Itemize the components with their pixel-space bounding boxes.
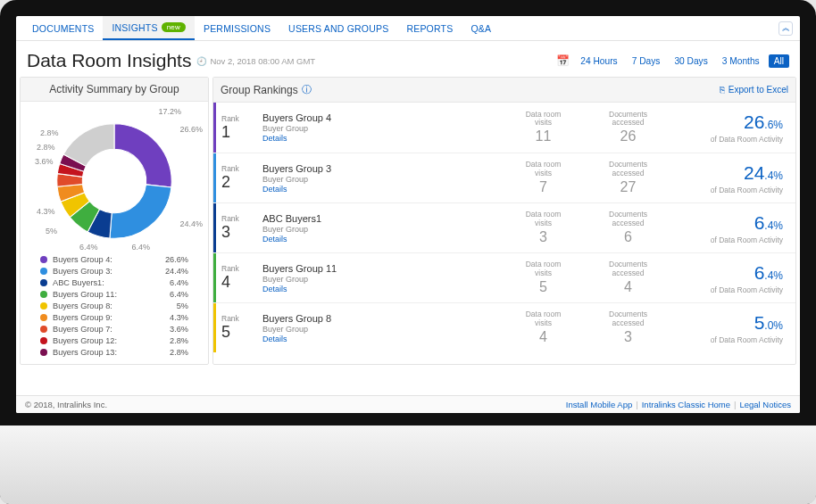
swatch-icon	[40, 279, 47, 286]
visits-cell: Data roomvisits7	[501, 153, 586, 202]
docs-cell: Documentsaccessed27	[586, 153, 670, 202]
tab-insights[interactable]: INSIGHTS new	[103, 16, 194, 40]
info-icon[interactable]: ⓘ	[302, 83, 312, 96]
rank-row: Rank1Buyers Group 4Buyer GroupDetailsDat…	[213, 103, 795, 153]
legend-name: Buyers Group 7:	[53, 325, 112, 334]
activity-pct: 26.6%	[670, 112, 783, 133]
legend-value: 2.8%	[170, 348, 188, 357]
rank-number: 4	[221, 273, 230, 292]
legend-row[interactable]: Buyers Group 4:26.6%	[40, 255, 188, 264]
range-7d[interactable]: 7 Days	[627, 54, 666, 68]
legend-name: Buyers Group 4:	[53, 255, 112, 264]
donut-slice[interactable]	[114, 124, 171, 187]
activity-pct-label: of Data Room Activity	[670, 335, 783, 344]
group-rankings-title: Group Rankings	[221, 84, 298, 96]
group-rankings-panel: Group Rankings ⓘ ⎘ Export to Excel Rank1…	[212, 77, 796, 365]
legend-row[interactable]: Buyers Group 7:3.6%	[40, 325, 188, 334]
details-link[interactable]: Details	[262, 285, 501, 293]
visits-value: 4	[501, 329, 586, 345]
visits-label: Data roomvisits	[501, 161, 586, 178]
legend-value: 3.6%	[170, 325, 188, 334]
calendar-icon[interactable]: 📅	[556, 54, 570, 67]
slice-label-3: 6.4%	[79, 243, 98, 252]
copyright: © 2018, Intralinks Inc.	[25, 400, 107, 409]
details-link[interactable]: Details	[262, 185, 501, 194]
tab-documents[interactable]: DOCUMENTS	[23, 16, 103, 40]
legend-value: 2.8%	[170, 336, 188, 345]
activity-pct: 5.0%	[670, 312, 783, 334]
docs-value: 26	[586, 128, 670, 145]
swatch-icon	[40, 349, 47, 356]
donut-slice[interactable]	[110, 185, 171, 238]
export-to-excel[interactable]: ⎘ Export to Excel	[720, 85, 788, 95]
range-30d[interactable]: 30 Days	[669, 54, 712, 68]
swatch-icon	[40, 314, 47, 321]
rank-row: Rank3ABC Buyers1Buyer GroupDetailsData r…	[213, 202, 795, 252]
rank-label: Rank	[221, 314, 239, 323]
docs-cell: Documentsaccessed26	[586, 103, 670, 153]
tab-users-groups[interactable]: USERS AND GROUPS	[279, 16, 397, 40]
footer-link-mobile[interactable]: Install Mobile App	[566, 400, 632, 409]
collapse-icon[interactable]: ︽	[779, 21, 793, 36]
rank-row: Rank2Buyers Group 3Buyer GroupDetailsDat…	[213, 153, 795, 202]
group-name: Buyers Group 4	[262, 112, 501, 123]
range-24h[interactable]: 24 Hours	[575, 54, 622, 68]
legend-row[interactable]: Buyers Group 9:4.3%	[40, 313, 188, 322]
docs-value: 3	[586, 329, 670, 345]
rank-number: 2	[221, 173, 230, 192]
details-link[interactable]: Details	[262, 134, 501, 143]
tab-qa[interactable]: Q&A	[462, 16, 500, 40]
legend-name: Buyers Group 9:	[53, 313, 112, 322]
legend-row[interactable]: Buyers Group 13:2.8%	[40, 348, 188, 357]
group-name: ABC Buyers1	[262, 213, 501, 224]
visits-value: 7	[501, 179, 586, 195]
swatch-icon	[40, 337, 47, 344]
swatch-icon	[40, 302, 47, 310]
group-subtype: Buyer Group	[262, 175, 501, 184]
rank-label: Rank	[221, 264, 239, 273]
export-label: Export to Excel	[729, 85, 788, 95]
new-badge: new	[162, 22, 186, 32]
legend-row[interactable]: ABC Buyers1:6.4%	[40, 278, 188, 287]
range-3m[interactable]: 3 Months	[717, 54, 765, 68]
details-link[interactable]: Details	[262, 235, 501, 244]
slice-label-0: 26.6%	[179, 125, 203, 134]
rank-list: Rank1Buyers Group 4Buyer GroupDetailsDat…	[213, 103, 795, 352]
tab-reports[interactable]: REPORTS	[397, 16, 462, 40]
footer-link-legal[interactable]: Legal Notices	[739, 400, 791, 409]
legend-value: 4.3%	[170, 313, 188, 322]
activity-pct-cell: 24.4%of Data Room Activity	[670, 153, 795, 202]
footer-link-classic[interactable]: Intralinks Classic Home	[642, 400, 730, 409]
rank-row: Rank5Buyers Group 8Buyer GroupDetailsDat…	[213, 302, 795, 352]
activity-pct-cell: 6.4%of Data Room Activity	[670, 203, 795, 252]
group-subtype: Buyer Group	[262, 225, 501, 234]
details-link[interactable]: Details	[262, 335, 501, 343]
group-name: Buyers Group 8	[262, 313, 501, 324]
legend-row[interactable]: Buyers Group 8:5%	[40, 302, 188, 310]
activity-pct: 6.4%	[670, 212, 783, 234]
range-filters: 📅 24 Hours 7 Days 30 Days 3 Months All	[556, 54, 789, 68]
rank-label: Rank	[221, 164, 239, 173]
legend-row[interactable]: Buyers Group 3:24.4%	[40, 267, 188, 276]
tab-permissions[interactable]: PERMISSIONS	[195, 16, 279, 40]
page-title: Data Room Insights	[27, 50, 191, 71]
range-all[interactable]: All	[769, 54, 789, 68]
activity-pct-cell: 26.6%of Data Room Activity	[670, 103, 795, 153]
legend-row[interactable]: Buyers Group 12:2.8%	[40, 336, 188, 345]
legend-name: Buyers Group 12:	[53, 336, 117, 345]
slice-label-5: 4.3%	[37, 207, 55, 216]
docs-value: 27	[586, 179, 670, 195]
legend-row[interactable]: Buyers Group 11:6.4%	[40, 290, 188, 299]
legend-value: 6.4%	[170, 278, 188, 287]
rank-number: 3	[221, 223, 230, 242]
visits-cell: Data roomvisits5	[501, 253, 586, 302]
legend-name: Buyers Group 3:	[53, 267, 112, 276]
rank-cell: Rank4	[216, 253, 257, 302]
docs-cell: Documentsaccessed6	[586, 203, 670, 252]
activity-pct-label: of Data Room Activity	[670, 285, 783, 294]
rank-label: Rank	[221, 114, 239, 123]
rank-row: Rank4Buyers Group 11Buyer GroupDetailsDa…	[213, 252, 795, 302]
legend-name: Buyers Group 8:	[53, 302, 112, 310]
slice-label-8: 2.8%	[40, 128, 59, 137]
activity-pct: 6.4%	[670, 262, 783, 284]
